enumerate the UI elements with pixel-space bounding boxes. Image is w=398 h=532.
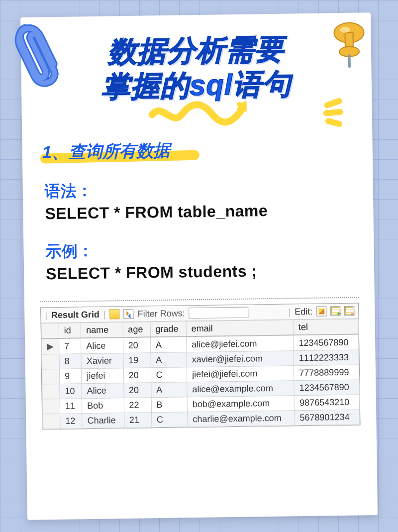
push-pin-icon (328, 18, 370, 71)
example-code: SELECT * FROM students ; (46, 261, 352, 284)
cell-age[interactable]: 20 (123, 337, 151, 353)
cell-name[interactable]: Bob (82, 398, 124, 414)
cell-grade[interactable]: A (151, 382, 187, 398)
cell-age[interactable]: 21 (124, 413, 152, 428)
cell-id[interactable]: 8 (59, 354, 82, 369)
col-grade[interactable]: grade (150, 321, 187, 337)
squiggle-icon (147, 99, 247, 130)
edit-icon[interactable] (316, 307, 326, 317)
cell-age[interactable]: 22 (124, 398, 152, 413)
note-card: 数据分析需要 掌握的sql语句 1、查询所有数据 语法： SELECT * FR… (20, 12, 378, 520)
add-row-icon[interactable] (330, 306, 340, 316)
cell-grade[interactable]: C (151, 412, 188, 427)
cell-grade[interactable]: A (150, 337, 187, 353)
col-name[interactable]: name (81, 322, 123, 338)
example-label: 示例： (45, 237, 352, 263)
edit-label: Edit: (295, 307, 312, 318)
cell-tel[interactable]: 5678901234 (295, 410, 360, 426)
cell-tel[interactable]: 1234567890 (294, 380, 359, 396)
doodle-row (21, 100, 372, 136)
section-heading: 1、查询所有数据 (42, 139, 170, 164)
content-block: 语法： SELECT * FROM table_name 示例： SELECT … (45, 177, 353, 284)
cell-email[interactable]: alice@jiefei.com (186, 335, 294, 353)
row-cursor[interactable]: ▶ (42, 338, 59, 354)
cell-email[interactable]: charlie@example.com (188, 411, 295, 427)
col-tel[interactable]: tel (293, 319, 358, 335)
col-age[interactable]: age (123, 322, 151, 337)
cell-name[interactable]: jiefei (82, 368, 124, 384)
cell-name[interactable]: Alice (81, 337, 123, 354)
cell-email[interactable]: xavier@jiefei.com (187, 351, 294, 367)
cell-tel[interactable]: 9876543210 (294, 395, 359, 411)
result-grid-label: Result Grid (51, 309, 100, 320)
delete-row-icon[interactable] (344, 306, 354, 316)
cell-id[interactable]: 11 (60, 399, 82, 414)
cell-id[interactable]: 12 (60, 414, 83, 429)
cell-id[interactable]: 7 (59, 338, 81, 354)
row-selector-header (41, 323, 59, 339)
cell-id[interactable]: 10 (60, 384, 82, 399)
cell-age[interactable]: 20 (123, 383, 151, 398)
col-email[interactable]: email (186, 320, 294, 337)
cell-name[interactable]: Alice (82, 383, 124, 399)
refresh-icon[interactable] (124, 309, 134, 319)
cell-email[interactable]: bob@example.com (187, 396, 295, 412)
cell-email[interactable]: jiefei@jiefei.com (187, 366, 294, 382)
row-cursor[interactable] (42, 384, 60, 399)
title-line2: 掌握的sql语句 (101, 67, 292, 102)
cell-grade[interactable]: B (151, 397, 188, 413)
grid-view-icon[interactable] (110, 309, 120, 319)
accent-lines-icon (322, 98, 352, 128)
result-divider (40, 297, 359, 303)
cell-tel[interactable]: 7778889999 (294, 365, 359, 381)
row-cursor[interactable] (42, 354, 59, 369)
cell-tel[interactable]: 1234567890 (294, 334, 359, 351)
cell-email[interactable]: alice@example.com (187, 381, 295, 397)
cell-age[interactable]: 19 (123, 353, 151, 368)
filter-rows-input[interactable] (189, 307, 249, 319)
title-line1: 数据分析需要 (107, 33, 284, 68)
cell-name[interactable]: Xavier (81, 353, 123, 369)
filter-rows-label: Filter Rows: (138, 308, 185, 319)
result-table: id name age grade email tel ▶7Alice20Aal… (41, 319, 360, 429)
cell-grade[interactable]: C (151, 367, 187, 383)
syntax-label: 语法： (45, 177, 352, 203)
row-cursor[interactable] (42, 399, 60, 414)
cell-name[interactable]: Charlie (82, 413, 124, 428)
row-cursor[interactable] (42, 369, 59, 384)
syntax-code: SELECT * FROM table_name (45, 201, 351, 223)
col-id[interactable]: id (59, 323, 81, 338)
cell-id[interactable]: 9 (59, 369, 82, 384)
cell-grade[interactable]: A (151, 352, 187, 368)
cell-tel[interactable]: 1112223333 (294, 350, 359, 366)
result-grid-panel: | Result Grid | Filter Rows: | Edit: id … (40, 303, 360, 430)
row-cursor[interactable] (43, 414, 60, 429)
cell-age[interactable]: 20 (123, 368, 151, 383)
